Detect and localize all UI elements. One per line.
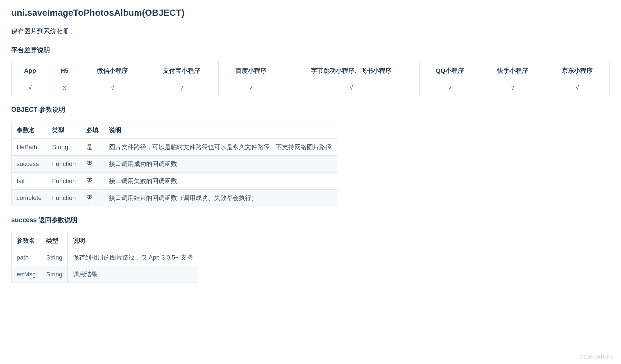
table-header: 参数名 [12, 122, 47, 138]
table-cell: √ [80, 79, 145, 96]
table-cell: 是 [81, 139, 104, 156]
table-cell: 接口调用失败的回调函数 [104, 172, 337, 189]
table-cell: 否 [81, 156, 104, 172]
table-row: filePath String 是 图片文件路径，可以是临时文件路径也可以是永久… [12, 139, 337, 156]
platform-support-table: App H5 微信小程序 支付宝小程序 百度小程序 字节跳动小程序、飞书小程序 … [11, 62, 610, 96]
section-success-return: success 返回参数说明 [11, 215, 610, 225]
table-header: 必填 [81, 122, 104, 138]
table-cell: √ [480, 79, 545, 96]
table-header: App [12, 62, 49, 79]
table-cell: filePath [12, 139, 47, 156]
table-cell: Function [47, 189, 81, 206]
object-params-table: 参数名 类型 必填 说明 filePath String 是 图片文件路径，可以… [11, 122, 337, 206]
table-header: H5 [49, 62, 80, 79]
table-cell: path [12, 249, 41, 266]
api-description: 保存图片到系统相册。 [11, 26, 610, 37]
table-header: 类型 [47, 122, 81, 138]
table-cell: 接口调用结束的回调函数（调用成功、失败都会执行） [104, 189, 337, 206]
table-header: 微信小程序 [80, 62, 145, 79]
table-header: 百度小程序 [218, 62, 283, 79]
table-cell: 保存到相册的图片路径，仅 App 3.0.5+ 支持 [67, 249, 198, 266]
table-cell: 否 [81, 172, 104, 189]
table-header: 类型 [41, 232, 67, 249]
table-cell: success [12, 156, 47, 172]
table-header: 说明 [104, 122, 337, 138]
table-cell: √ [218, 79, 283, 96]
table-cell: √ [283, 79, 420, 96]
table-header: 字节跳动小程序、飞书小程序 [283, 62, 420, 79]
table-cell: 接口调用成功的回调函数 [104, 156, 337, 172]
table-row: complete Function 否 接口调用结束的回调函数（调用成功、失败都… [12, 189, 337, 206]
table-cell: String [41, 249, 67, 266]
table-header: 快手小程序 [480, 62, 545, 79]
table-cell: 否 [81, 189, 104, 206]
table-row: success Function 否 接口调用成功的回调函数 [12, 156, 337, 172]
table-cell: errMsg [12, 266, 41, 283]
table-row: path String 保存到相册的图片路径，仅 App 3.0.5+ 支持 [12, 249, 198, 266]
table-cell: Function [47, 156, 81, 172]
table-cell: √ [145, 79, 218, 96]
table-cell: x [49, 79, 80, 96]
table-row: √ x √ √ √ √ √ √ √ [12, 79, 610, 96]
table-cell: Function [47, 172, 81, 189]
table-header: 参数名 [12, 232, 41, 249]
table-cell: 图片文件路径，可以是临时文件路径也可以是永久文件路径，不支持网络图片路径 [104, 139, 337, 156]
table-cell: fail [12, 172, 47, 189]
success-return-table: 参数名 类型 说明 path String 保存到相册的图片路径，仅 App 3… [11, 232, 198, 283]
table-row: errMsg String 调用结果 [12, 266, 198, 283]
table-header: 支付宝小程序 [145, 62, 218, 79]
table-cell: complete [12, 189, 47, 206]
api-title: uni.saveImageToPhotosAlbum(OBJECT) [11, 6, 610, 20]
table-header: 说明 [67, 232, 198, 249]
table-header: 京东小程序 [545, 62, 609, 79]
section-platform-diff: 平台差异说明 [11, 45, 610, 55]
table-cell: √ [12, 79, 49, 96]
table-cell: √ [420, 79, 480, 96]
table-header: QQ小程序 [420, 62, 480, 79]
table-cell: 调用结果 [67, 266, 198, 283]
table-row: fail Function 否 接口调用失败的回调函数 [12, 172, 337, 189]
table-cell: √ [545, 79, 609, 96]
section-object-params: OBJECT 参数说明 [11, 104, 610, 115]
table-cell: String [47, 139, 81, 156]
table-cell: String [41, 266, 67, 283]
